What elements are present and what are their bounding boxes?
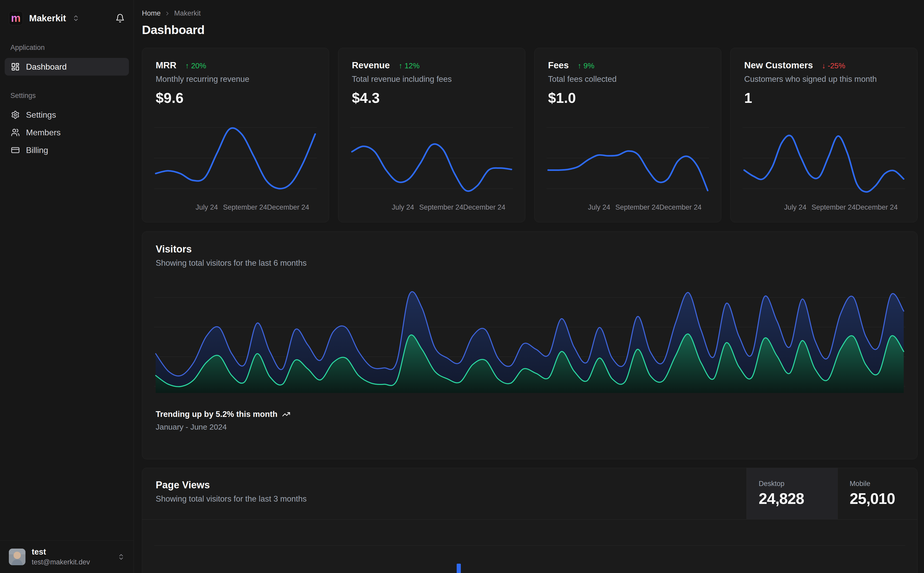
x-axis-labels: July 24 September 24 December 24: [548, 201, 708, 213]
breadcrumb: Home Makerkit: [142, 9, 918, 17]
stat-title: MRR: [156, 60, 176, 70]
stat-value: $9.6: [156, 89, 315, 106]
trend-badge: ↓-25%: [822, 61, 845, 70]
stat-value: $1.0: [548, 89, 708, 106]
arrow-up-icon: ↑: [577, 61, 581, 70]
page-views-card: Page Views Showing total visitors for th…: [142, 468, 918, 573]
visitors-date-range: January - June 2024: [156, 423, 904, 431]
stat-card-new-customers: New Customers ↓-25% Customers who signed…: [730, 48, 918, 222]
arrow-up-icon: ↑: [399, 61, 403, 70]
page-views-bar-chart: [156, 528, 904, 573]
chevron-right-icon: [164, 10, 171, 17]
trend-badge: ↑12%: [399, 61, 420, 70]
new-customers-sparkline-chart: [744, 123, 904, 198]
sidebar-item-dashboard[interactable]: Dashboard: [5, 58, 129, 75]
fees-sparkline-chart: [548, 123, 708, 198]
stat-title: Fees: [548, 60, 569, 70]
x-axis-labels: July 24 September 24 December 24: [352, 201, 511, 213]
sidebar-item-members[interactable]: Members: [5, 124, 129, 141]
tab-label: Mobile: [850, 480, 917, 488]
stat-title: New Customers: [744, 60, 813, 70]
visitors-title: Visitors: [156, 244, 904, 255]
trend-badge: ↑9%: [577, 61, 594, 70]
revenue-sparkline-chart: [352, 123, 511, 198]
user-menu[interactable]: test test@makerkit.dev: [0, 540, 133, 573]
stat-value: $4.3: [352, 89, 511, 106]
user-email: test@makerkit.dev: [32, 558, 90, 566]
sidebar-item-label: Members: [26, 128, 61, 138]
sidebar-item-label: Settings: [26, 110, 56, 120]
chevrons-up-down-icon: [72, 14, 80, 22]
trending-up-icon: [282, 410, 290, 418]
user-name: test: [32, 547, 90, 557]
stat-card-row: MRR ↑20% Monthly recurring revenue $9.6 …: [142, 48, 918, 222]
arrow-up-icon: ↑: [185, 61, 189, 70]
stat-card-revenue: Revenue ↑12% Total revenue including fee…: [338, 48, 525, 222]
visitors-area-chart: [156, 279, 904, 393]
tab-desktop[interactable]: Desktop 24,828: [747, 468, 838, 519]
sidebar-item-billing[interactable]: Billing: [5, 141, 129, 159]
stat-card-fees: Fees ↑9% Total fees collected $1.0 July …: [534, 48, 722, 222]
page-views-tabs: Desktop 24,828 Mobile 25,010: [747, 468, 917, 519]
tab-value: 25,010: [850, 490, 917, 507]
visitors-subtitle: Showing total visitors for the last 6 mo…: [156, 258, 904, 268]
nav-section-application: Application: [0, 44, 133, 52]
breadcrumb-current: Makerkit: [174, 9, 201, 17]
stat-title: Revenue: [352, 60, 390, 70]
stat-value: 1: [744, 89, 904, 106]
x-axis-labels: July 24 September 24 December 24: [744, 201, 904, 213]
sidebar-item-label: Billing: [26, 146, 48, 155]
nav-section-settings: Settings: [0, 92, 133, 100]
stat-description: Customers who signed up this month: [744, 75, 904, 84]
stat-description: Monthly recurring revenue: [156, 75, 315, 84]
gear-icon: [11, 110, 20, 119]
stat-description: Total revenue including fees: [352, 75, 511, 84]
tab-value: 24,828: [759, 490, 838, 507]
mrr-sparkline-chart: [156, 123, 315, 198]
dashboard-icon: [11, 62, 20, 71]
sidebar-nav: Application Dashboard Settings Settings: [0, 44, 133, 159]
page-views-title: Page Views: [156, 479, 307, 491]
credit-card-icon: [11, 146, 20, 155]
logo-letter: m: [11, 13, 20, 23]
org-name: Makerkit: [29, 13, 66, 23]
makerkit-logo: m: [9, 11, 23, 25]
stat-description: Total fees collected: [548, 75, 708, 84]
page-title: Dashboard: [142, 23, 918, 37]
avatar: [9, 549, 25, 565]
breadcrumb-home-link[interactable]: Home: [142, 9, 161, 17]
users-icon: [11, 128, 20, 137]
tab-label: Desktop: [759, 480, 838, 488]
chevrons-up-down-icon: [118, 553, 125, 560]
tab-mobile[interactable]: Mobile 25,010: [838, 468, 917, 519]
visitors-card: Visitors Showing total visitors for the …: [142, 232, 918, 459]
stat-card-mrr: MRR ↑20% Monthly recurring revenue $9.6 …: [142, 48, 329, 222]
sidebar-item-label: Dashboard: [26, 62, 67, 72]
x-axis-labels: July 24 September 24 December 24: [156, 201, 315, 213]
visitors-trend-text: Trending up by 5.2% this month: [156, 410, 277, 419]
sidebar-item-settings[interactable]: Settings: [5, 106, 129, 124]
notifications-bell-icon[interactable]: [115, 14, 125, 23]
org-switcher[interactable]: m Makerkit: [0, 0, 133, 28]
trend-badge: ↑20%: [185, 61, 206, 70]
arrow-down-icon: ↓: [822, 61, 826, 70]
page-views-subtitle: Showing total visitors for the last 3 mo…: [156, 494, 307, 504]
main-content: Home Makerkit Dashboard MRR ↑20% Monthly…: [134, 0, 924, 573]
sidebar: m Makerkit Application Dashboard Setting…: [0, 0, 134, 573]
